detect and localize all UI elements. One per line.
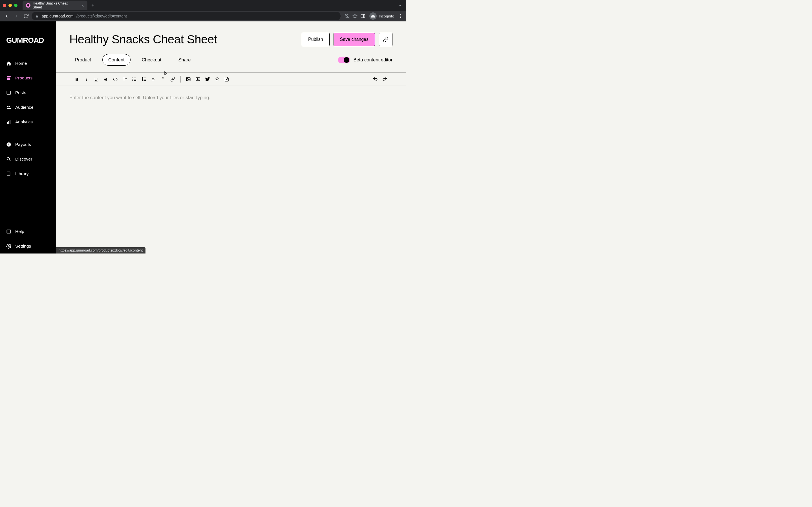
product-tabs: Product Content Checkout Share xyxy=(69,54,196,66)
sidebar-item-settings[interactable]: Settings xyxy=(0,239,56,253)
svg-point-21 xyxy=(8,245,10,247)
editor-toolbar: B I U S TT 123 " xyxy=(56,72,406,86)
numbered-list-button[interactable]: 123 xyxy=(140,75,148,83)
page-header: Healthy Snacks Cheat Sheet Publish Save … xyxy=(56,21,406,46)
sidebar-item-label: Library xyxy=(15,171,29,176)
sidebar-item-label: Audience xyxy=(15,105,34,110)
bold-button[interactable]: B xyxy=(73,75,81,83)
search-icon xyxy=(6,157,11,162)
header-actions: Publish Save changes xyxy=(302,33,393,46)
italic-button[interactable]: I xyxy=(82,75,91,83)
browser-tab[interactable]: G Healthy Snacks Cheat Sheet × xyxy=(22,1,87,10)
sidebar-item-payouts[interactable]: $ Payouts xyxy=(0,137,56,152)
svg-text:3: 3 xyxy=(142,79,143,81)
url-host: app.gumroad.com xyxy=(42,14,73,18)
quote-button[interactable]: " xyxy=(159,75,167,83)
archive-icon xyxy=(6,75,11,80)
svg-line-18 xyxy=(9,160,10,161)
svg-rect-13 xyxy=(8,121,9,124)
settings-icon xyxy=(6,244,11,249)
sidebar-item-label: Discover xyxy=(15,157,32,162)
window-controls[interactable] xyxy=(3,4,17,7)
beta-toggle-label: Beta content editor xyxy=(353,57,393,62)
window-close-icon[interactable] xyxy=(3,4,6,7)
eye-off-icon[interactable] xyxy=(345,13,350,18)
url-field[interactable]: app.gumroad.com/products/xdpgv/edit#cont… xyxy=(32,12,341,20)
url-path: /products/xdpgv/edit#content xyxy=(77,14,127,18)
save-changes-button[interactable]: Save changes xyxy=(334,33,375,46)
bullet-list-button[interactable] xyxy=(130,75,139,83)
sidebar-item-help[interactable]: Help xyxy=(0,224,56,239)
underline-button[interactable]: U xyxy=(92,75,100,83)
browser-reload-button[interactable] xyxy=(22,12,30,20)
undo-button[interactable] xyxy=(371,75,379,83)
divider-button[interactable] xyxy=(149,75,158,83)
editor-area[interactable]: Enter the content you want to sell. Uplo… xyxy=(56,86,406,253)
sidebar-item-home[interactable]: Home xyxy=(0,56,56,71)
tab-title: Healthy Snacks Cheat Sheet xyxy=(33,1,78,9)
browser-status-bar: https://app.gumroad.com/products/xdpgv/e… xyxy=(56,247,146,253)
browser-forward-button[interactable] xyxy=(12,12,20,20)
svg-rect-12 xyxy=(7,122,8,124)
beta-editor-toggle[interactable]: Beta content editor xyxy=(338,57,393,63)
incognito-badge[interactable]: Incognito xyxy=(368,12,395,20)
browser-chrome: G Healthy Snacks Cheat Sheet × + app.gum… xyxy=(0,0,406,21)
svg-point-11 xyxy=(9,106,10,107)
image-button[interactable] xyxy=(184,75,193,83)
svg-marker-40 xyxy=(198,78,199,80)
logo[interactable]: GUMROAD xyxy=(0,27,56,56)
analytics-icon xyxy=(6,119,11,124)
window-minimize-icon[interactable] xyxy=(8,4,12,7)
file-button[interactable] xyxy=(222,75,231,83)
payouts-icon: $ xyxy=(6,142,11,147)
browser-back-button[interactable] xyxy=(3,12,11,20)
sidebar-item-audience[interactable]: Audience xyxy=(0,100,56,115)
tabs-row: Product Content Checkout Share Beta cont… xyxy=(56,46,406,72)
sidebar-item-products[interactable]: Products xyxy=(0,71,56,86)
new-tab-button[interactable]: + xyxy=(91,3,94,8)
redo-button[interactable] xyxy=(380,75,389,83)
svg-point-6 xyxy=(400,17,401,18)
editor-placeholder: Enter the content you want to sell. Uplo… xyxy=(69,95,393,101)
svg-point-10 xyxy=(7,106,9,107)
embed-button[interactable] xyxy=(213,75,221,83)
lock-icon xyxy=(36,14,39,18)
toggle-switch[interactable] xyxy=(338,57,350,63)
sidebar-item-analytics[interactable]: Analytics xyxy=(0,115,56,129)
sidebar-item-label: Settings xyxy=(15,244,31,249)
sidebar-item-label: Home xyxy=(15,61,27,66)
copy-link-button[interactable] xyxy=(379,33,393,46)
svg-point-5 xyxy=(400,16,401,17)
twitter-button[interactable] xyxy=(203,75,212,83)
home-icon xyxy=(6,61,11,66)
page-title: Healthy Snacks Cheat Sheet xyxy=(69,33,217,46)
library-icon xyxy=(6,171,11,176)
sidebar-item-label: Analytics xyxy=(15,119,33,124)
sidebar-item-discover[interactable]: Discover xyxy=(0,152,56,166)
browser-tab-bar: G Healthy Snacks Cheat Sheet × + xyxy=(0,0,406,11)
browser-address-bar: app.gumroad.com/products/xdpgv/edit#cont… xyxy=(0,11,406,21)
tabs-dropdown-icon[interactable] xyxy=(398,3,402,7)
strikethrough-button[interactable]: S xyxy=(101,75,110,83)
star-icon[interactable] xyxy=(352,13,357,18)
incognito-icon xyxy=(369,12,377,20)
tab-share[interactable]: Share xyxy=(172,54,196,65)
video-button[interactable] xyxy=(194,75,202,83)
window-maximize-icon[interactable] xyxy=(14,4,17,7)
tab-checkout[interactable]: Checkout xyxy=(136,54,167,65)
main-content: Healthy Snacks Cheat Sheet Publish Save … xyxy=(56,21,406,253)
svg-point-26 xyxy=(133,79,133,79)
tab-product[interactable]: Product xyxy=(69,54,97,65)
sidebar-item-posts[interactable]: Posts xyxy=(0,86,56,100)
svg-point-38 xyxy=(187,78,188,79)
kebab-menu-icon[interactable] xyxy=(398,13,403,18)
heading-button[interactable]: TT xyxy=(121,75,129,83)
panel-icon[interactable] xyxy=(360,13,365,18)
link-button[interactable] xyxy=(168,75,177,83)
tab-content[interactable]: Content xyxy=(102,54,131,66)
code-button[interactable] xyxy=(111,75,119,83)
tab-close-icon[interactable]: × xyxy=(82,3,84,8)
publish-button[interactable]: Publish xyxy=(302,33,329,46)
help-icon xyxy=(6,229,11,234)
sidebar-item-library[interactable]: Library xyxy=(0,166,56,181)
